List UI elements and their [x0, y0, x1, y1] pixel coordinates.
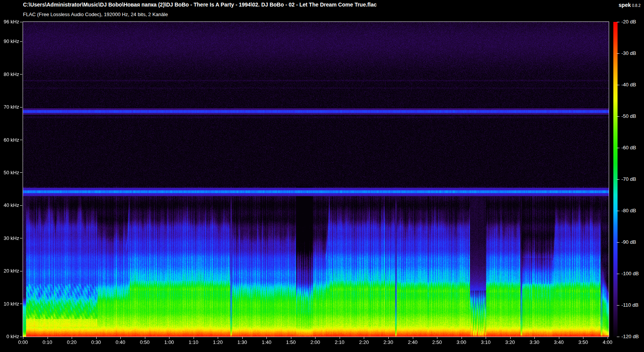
freq-tick-label: 50 kHz	[0, 170, 19, 176]
time-tick-label: 1:00	[161, 339, 177, 345]
freq-tick-label: 0 kHz	[0, 334, 19, 340]
time-tick	[462, 337, 462, 339]
time-tick	[96, 337, 97, 339]
time-tick	[437, 337, 437, 339]
time-tick-label: 3:30	[526, 339, 543, 345]
time-tick	[364, 337, 364, 339]
time-tick	[23, 337, 23, 339]
db-tick-label: -20 dB	[621, 19, 636, 25]
time-tick-label: 0:50	[136, 339, 153, 345]
time-tick-label: 2:50	[429, 339, 445, 345]
time-tick	[72, 337, 72, 339]
freq-tick	[20, 41, 22, 42]
time-tick	[291, 337, 291, 339]
db-tick-label: -80 dB	[621, 208, 636, 214]
time-tick-label: 1:20	[209, 339, 226, 345]
freq-tick-label: 10 kHz	[0, 301, 19, 307]
time-tick-label: 0:00	[15, 339, 31, 345]
time-tick-label: 2:30	[380, 339, 397, 345]
db-tick-label: -120 dB	[621, 334, 639, 340]
db-tick-label: -50 dB	[621, 113, 636, 119]
freq-tick	[20, 238, 22, 238]
freq-tick	[20, 140, 22, 140]
file-path-title: C:\Users\Administrator\Music\DJ Bobo\Нов…	[23, 2, 376, 8]
app-version: 0.8.2	[632, 3, 641, 8]
time-tick-label: 2:20	[355, 339, 372, 345]
db-tick	[617, 53, 619, 54]
db-tick-label: -40 dB	[621, 82, 636, 88]
freq-tick-label: 60 kHz	[0, 137, 19, 143]
db-tick	[617, 274, 619, 274]
time-tick	[388, 337, 389, 339]
time-tick-label: 2:00	[307, 339, 324, 345]
db-tick-label: -60 dB	[621, 145, 636, 151]
freq-tick-label: 80 kHz	[0, 71, 19, 78]
time-tick-label: 1:30	[234, 339, 251, 345]
time-tick	[315, 337, 315, 339]
time-tick	[145, 337, 145, 339]
freq-tick-label: 90 kHz	[0, 38, 19, 45]
time-tick	[266, 337, 267, 339]
time-tick	[242, 337, 243, 339]
db-tick-label: -30 dB	[621, 50, 636, 56]
time-tick-label: 2:40	[404, 339, 421, 345]
time-tick	[413, 337, 413, 339]
time-tick-label: 1:10	[185, 339, 202, 345]
app-brand: spek0.8.2	[619, 2, 641, 8]
db-tick-label: -110 dB	[621, 302, 639, 308]
time-tick-label: 0:30	[88, 339, 105, 345]
freq-tick	[20, 172, 22, 173]
db-tick	[617, 211, 619, 211]
db-tick	[617, 85, 619, 85]
time-tick-label: 3:40	[550, 339, 567, 345]
spek-window: C:\Users\Administrator\Music\DJ Bobo\Нов…	[0, 0, 644, 352]
db-tick-label: -90 dB	[621, 239, 636, 245]
db-tick	[617, 179, 619, 180]
time-tick-label: 1:40	[258, 339, 275, 345]
format-info: FLAC (Free Lossless Audio Codec), 192000…	[23, 12, 168, 17]
freq-tick-label: 40 kHz	[0, 202, 19, 208]
db-tick	[617, 305, 619, 306]
time-tick	[608, 337, 608, 339]
freq-tick-label: 30 kHz	[0, 235, 19, 241]
time-tick	[559, 337, 559, 339]
spectrogram-canvas	[23, 22, 609, 337]
freq-tick	[20, 337, 22, 337]
time-tick-label: 3:00	[453, 339, 470, 345]
db-tick-label: -100 dB	[621, 271, 639, 277]
time-tick-label: 3:50	[575, 339, 591, 345]
time-tick	[48, 337, 48, 339]
freq-tick	[20, 205, 22, 206]
time-tick	[510, 337, 511, 339]
time-tick	[534, 337, 535, 339]
time-tick-label: 1:50	[283, 339, 299, 345]
freq-tick	[20, 271, 22, 271]
time-tick-label: 3:10	[477, 339, 494, 345]
freq-tick-label: 70 kHz	[0, 104, 19, 110]
time-tick	[120, 337, 121, 339]
freq-tick	[20, 304, 22, 304]
time-tick	[194, 337, 194, 339]
db-tick	[617, 148, 619, 148]
db-tick-label: -70 dB	[621, 176, 636, 182]
db-tick	[617, 22, 619, 22]
freq-tick	[20, 22, 22, 22]
db-tick	[617, 242, 619, 243]
freq-tick-label: 20 kHz	[0, 268, 19, 274]
time-tick-label: 0:20	[63, 339, 80, 345]
time-tick-label: 0:40	[112, 339, 129, 345]
time-tick	[340, 337, 340, 339]
db-tick	[617, 337, 619, 337]
time-tick	[169, 337, 169, 339]
app-name: spek	[619, 2, 631, 8]
time-tick-label: 3:20	[502, 339, 519, 345]
time-tick-label: 0:10	[39, 339, 56, 345]
freq-tick	[20, 74, 22, 74]
freq-tick-label: 96 kHz	[0, 19, 19, 25]
db-tick	[617, 116, 619, 117]
time-tick	[218, 337, 218, 339]
time-tick	[583, 337, 583, 339]
time-tick-label: 2:10	[331, 339, 348, 345]
freq-tick	[20, 107, 22, 107]
time-tick-label: 4:00	[599, 339, 616, 345]
